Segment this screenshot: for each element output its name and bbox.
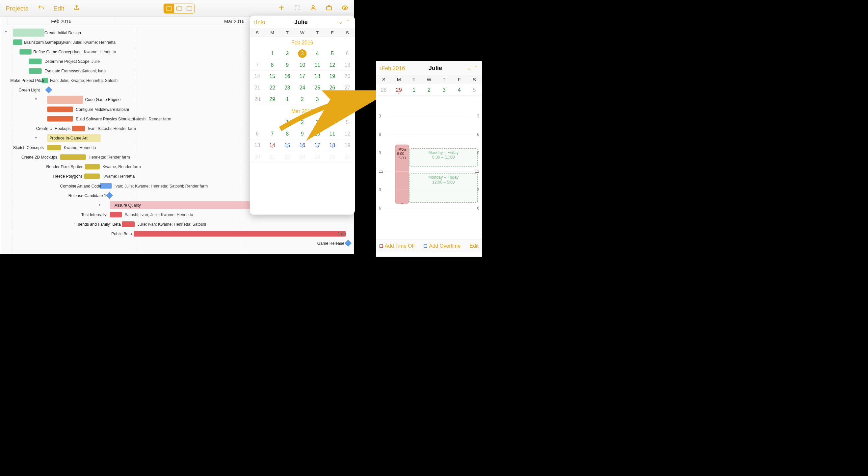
- calendar-day[interactable]: 7: [250, 62, 265, 68]
- week-day[interactable]: 1: [406, 87, 422, 93]
- calendar-day[interactable]: 27: [340, 85, 355, 91]
- calendar-day[interactable]: 17: [295, 73, 310, 79]
- calendar-day[interactable]: 12: [325, 62, 340, 68]
- calendar-day[interactable]: 1: [280, 120, 295, 125]
- week-day[interactable]: 28: [376, 87, 391, 93]
- calendar-day[interactable]: 18: [310, 73, 325, 79]
- calendar-day[interactable]: 23: [295, 154, 310, 160]
- projects-button[interactable]: Projects: [6, 5, 28, 12]
- calendar-day[interactable]: 11: [310, 62, 325, 68]
- calendar-day[interactable]: 9: [295, 131, 310, 137]
- chevron-down-icon[interactable]: ⌄: [466, 65, 472, 71]
- add-overtime-button[interactable]: Add Overtime: [424, 243, 461, 249]
- calendar-day[interactable]: 20: [340, 73, 355, 79]
- seg-list[interactable]: [174, 4, 184, 13]
- task-bar[interactable]: [100, 183, 112, 189]
- week-dates-row[interactable]: 282912345: [376, 84, 482, 96]
- calendar-day[interactable]: 10: [310, 131, 325, 137]
- calendar-day[interactable]: 22: [280, 154, 295, 160]
- add-time-off-button[interactable]: Add Time Off: [379, 243, 415, 249]
- calendar-day[interactable]: 20: [250, 154, 265, 160]
- task-bar[interactable]: [122, 222, 135, 227]
- calendar-day[interactable]: 8: [280, 131, 295, 137]
- gantt-row[interactable]: Public BetaJulie: [0, 229, 354, 238]
- calendar-day[interactable]: 18: [325, 142, 340, 148]
- task-bar[interactable]: [110, 212, 122, 217]
- view-segmented-control[interactable]: [164, 3, 195, 13]
- calendar-day[interactable]: 26: [340, 154, 355, 160]
- task-bar[interactable]: [72, 126, 85, 131]
- calendar-day[interactable]: 25: [310, 85, 325, 91]
- calendar-day[interactable]: 29: [265, 96, 280, 102]
- undo-icon[interactable]: [37, 4, 44, 12]
- task-bar[interactable]: [60, 154, 86, 160]
- week-day[interactable]: 2: [421, 87, 436, 93]
- calendar-day[interactable]: 26: [325, 85, 340, 91]
- add-icon[interactable]: [278, 4, 285, 12]
- group-bar[interactable]: [47, 96, 83, 104]
- task-bar[interactable]: [13, 39, 22, 45]
- calendar-day[interactable]: 2: [295, 96, 310, 102]
- drag-handle-icon[interactable]: ═: [395, 202, 409, 203]
- calendar-day[interactable]: 24: [295, 85, 310, 91]
- task-bar[interactable]: [85, 164, 100, 169]
- task-bar[interactable]: [29, 68, 41, 74]
- calendar-day[interactable]: 19: [340, 142, 355, 148]
- calendar-day[interactable]: 3: [298, 49, 307, 58]
- time-off-block[interactable]: ═ Mon 8:00 – 5:00 ═: [395, 145, 409, 204]
- calendar-day[interactable]: 6: [250, 131, 265, 137]
- calendar-day[interactable]: 6: [340, 50, 355, 57]
- week-day[interactable]: 3: [436, 87, 452, 93]
- seg-gantt[interactable]: [164, 4, 174, 13]
- calendar-day[interactable]: 5: [340, 96, 355, 102]
- calendar-day[interactable]: 3: [310, 120, 325, 125]
- calendar-day[interactable]: 21: [250, 85, 265, 91]
- work-shift-block[interactable]: Monday – Friday 8:00 – 11:00: [409, 148, 477, 167]
- disclosure-triangle-icon[interactable]: ▼: [34, 97, 37, 101]
- group-bar[interactable]: [13, 29, 44, 37]
- disclosure-triangle-icon[interactable]: ▼: [4, 30, 7, 34]
- task-bar[interactable]: [84, 174, 100, 179]
- calendar-day[interactable]: 11: [325, 131, 340, 137]
- week-day[interactable]: 5: [467, 87, 482, 93]
- calendar-day[interactable]: 4: [325, 96, 340, 102]
- calendar-day[interactable]: 1: [265, 50, 280, 57]
- person-icon[interactable]: [310, 4, 316, 12]
- calendar-day[interactable]: 22: [265, 85, 280, 91]
- edit-button[interactable]: Edit: [470, 243, 478, 249]
- popover-back-button[interactable]: ‹Info: [253, 19, 265, 26]
- week-day[interactable]: 29: [391, 87, 406, 93]
- calendar-day[interactable]: 2: [295, 120, 310, 125]
- calendar-day[interactable]: 15: [280, 142, 295, 148]
- task-bar[interactable]: [47, 107, 73, 112]
- task-bar[interactable]: [20, 49, 31, 55]
- gantt-row[interactable]: "Friends and Family" BetaJulie; Ivan; Kw…: [0, 219, 354, 229]
- calendar-day[interactable]: 17: [310, 142, 325, 148]
- calendar-day[interactable]: 14: [250, 73, 265, 79]
- task-bar[interactable]: [29, 59, 41, 64]
- work-shift-block[interactable]: Monday – Friday 12:00 – 5:00: [409, 173, 477, 203]
- disclosure-triangle-icon[interactable]: ▼: [34, 136, 37, 140]
- seg-resource[interactable]: [184, 4, 194, 13]
- calendar-day[interactable]: 19: [325, 73, 340, 79]
- calendar-day[interactable]: 25: [325, 154, 340, 160]
- calendar-day[interactable]: 8: [265, 62, 280, 68]
- calendar-day[interactable]: 23: [280, 85, 295, 91]
- schedule-grid[interactable]: Monday – Friday 8:00 – 11:00 Monday – Fr…: [376, 96, 482, 239]
- calendar-day[interactable]: 14: [265, 142, 280, 148]
- briefcase-icon[interactable]: [326, 4, 333, 12]
- calendar-day[interactable]: 15: [265, 73, 280, 79]
- milestone-diamond-icon[interactable]: [45, 87, 52, 94]
- calendar-day[interactable]: 16: [280, 73, 295, 79]
- calendar-day[interactable]: 12: [340, 131, 355, 137]
- calendar-day[interactable]: 5: [325, 50, 340, 57]
- eye-icon[interactable]: [342, 4, 348, 12]
- calendar-day[interactable]: 1: [280, 96, 295, 102]
- task-bar[interactable]: [47, 145, 61, 150]
- calendar-day[interactable]: 4: [310, 50, 325, 57]
- milestone-diamond-icon[interactable]: [345, 240, 352, 247]
- calendar-day[interactable]: 13: [340, 62, 355, 68]
- disclosure-triangle-icon[interactable]: ▼: [98, 203, 101, 207]
- calendar-day[interactable]: 4: [325, 120, 340, 125]
- task-bar[interactable]: [134, 231, 346, 237]
